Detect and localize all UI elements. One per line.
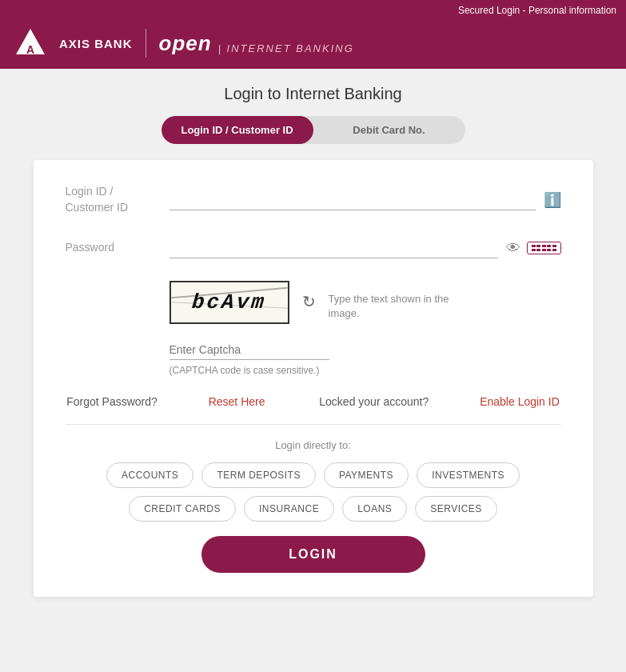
forgot-password-link[interactable]: Reset Here [209,395,265,408]
bank-name: AXIS BANK [59,37,133,50]
quick-link-loans[interactable]: LOANS [342,496,407,522]
captcha-hint: Type the text shown in theimage. [329,292,449,321]
captcha-section: bcAvm ↻ Type the text shown in theimage. [66,281,561,324]
quick-link-investments[interactable]: INVESTMENTS [417,462,520,488]
login-id-input[interactable] [169,190,536,210]
password-row: Password 👁 [66,238,561,258]
quick-link-payments[interactable]: PAYMENTS [324,462,409,488]
links-row: Forgot Password? Reset Here Locked your … [66,395,561,408]
captcha-input[interactable] [169,340,329,360]
top-bar: Secured Login - Personal information [0,0,626,21]
password-input[interactable] [169,238,498,258]
quick-links-row-1: ACCOUNTS TERM DEPOSITS PAYMENTS INVESTME… [66,462,561,488]
login-id-label: Login ID /Customer ID [66,184,169,215]
captcha-refresh-icon[interactable]: ↻ [302,292,316,311]
personal-info-text: - Personal information [520,5,616,16]
captcha-input-row [66,340,561,360]
captcha-text: bcAvm [191,290,268,314]
login-card: Login ID /Customer ID ℹ️ Password 👁 [34,160,593,597]
captcha-note: (CAPTCHA code is case sensitive.) [66,365,561,376]
header: A AXIS BANK open | INTERNET BANKING [0,21,626,69]
quick-links-row-2: CREDIT CARDS INSURANCE LOANS SERVICES [66,496,561,522]
internet-banking-label: | INTERNET BANKING [218,42,354,58]
password-label: Password [66,240,169,256]
page-title: Login to Internet Banking [224,85,401,103]
login-id-row: Login ID /Customer ID ℹ️ [66,184,561,215]
login-button[interactable]: LOGIN [201,536,425,573]
quick-link-accounts[interactable]: ACCOUNTS [106,462,193,488]
login-id-input-wrap [169,190,536,210]
tab-login-id[interactable]: Login ID / Customer ID [161,116,313,144]
forgot-password-prefix: Forgot Password? [66,395,157,408]
quick-link-term-deposits[interactable]: TERM DEPOSITS [201,462,316,488]
secured-login-text: Secured Login [458,5,520,16]
captcha-image: bcAvm [169,281,289,324]
logo-area: A AXIS BANK [16,29,133,58]
quick-link-services[interactable]: SERVICES [415,496,496,522]
quick-links-label: Login directly to: [66,439,561,451]
show-password-icon[interactable]: 👁 [506,240,520,257]
locked-account-prefix: Locked your account? [319,395,429,408]
enable-login-link[interactable]: Enable Login ID [480,395,560,408]
info-icon[interactable]: ℹ️ [544,191,561,209]
quick-link-insurance[interactable]: INSURANCE [244,496,334,522]
tab-switcher: Login ID / Customer ID Debit Card No. [161,116,465,144]
open-label: open [159,31,212,56]
tab-debit-card[interactable]: Debit Card No. [313,116,465,144]
separator [66,424,561,425]
password-input-wrap [169,238,498,258]
login-button-wrap: LOGIN [66,536,561,573]
logo-a-letter: A [26,43,34,56]
header-divider [146,29,146,58]
quick-link-credit-cards[interactable]: CREDIT CARDS [129,496,236,522]
main-content: Login to Internet Banking Login ID / Cus… [0,69,626,613]
virtual-keyboard-icon[interactable] [527,242,561,254]
